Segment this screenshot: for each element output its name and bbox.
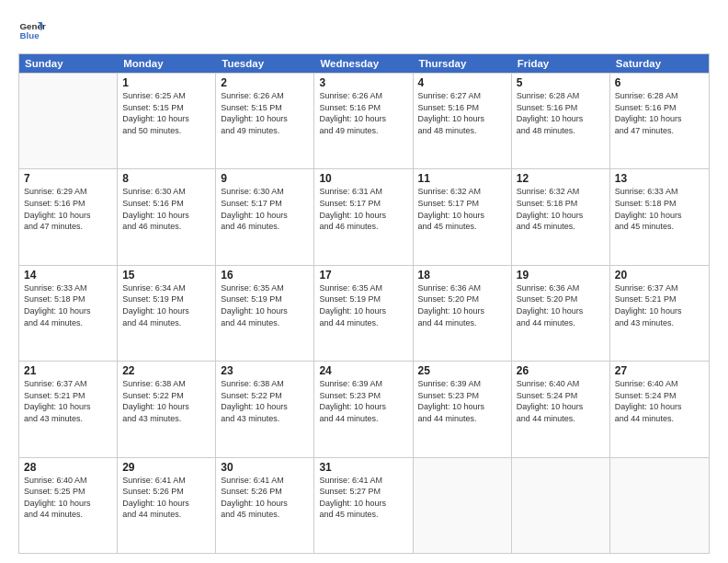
- day-number: 6: [615, 76, 704, 89]
- calendar-cell: 23Sunrise: 6:38 AM Sunset: 5:22 PM Dayli…: [216, 362, 314, 456]
- calendar-cell: 15Sunrise: 6:34 AM Sunset: 5:19 PM Dayli…: [118, 266, 216, 361]
- calendar-page: General Blue SundayMondayTuesdayWednesda…: [0, 0, 728, 563]
- day-number: 25: [418, 364, 506, 377]
- calendar-cell: 22Sunrise: 6:38 AM Sunset: 5:22 PM Dayli…: [118, 362, 216, 456]
- day-number: 31: [319, 461, 407, 474]
- calendar-cell: 8Sunrise: 6:30 AM Sunset: 5:16 PM Daylig…: [118, 169, 216, 264]
- day-info: Sunrise: 6:38 AM Sunset: 5:22 PM Dayligh…: [122, 378, 210, 424]
- day-info: Sunrise: 6:40 AM Sunset: 5:24 PM Dayligh…: [517, 378, 605, 424]
- day-number: 15: [122, 269, 210, 282]
- day-info: Sunrise: 6:27 AM Sunset: 5:16 PM Dayligh…: [418, 90, 506, 136]
- day-info: Sunrise: 6:37 AM Sunset: 5:21 PM Dayligh…: [615, 282, 704, 328]
- calendar-cell: 1Sunrise: 6:25 AM Sunset: 5:15 PM Daylig…: [118, 74, 216, 168]
- calendar-cell: [512, 458, 610, 553]
- calendar-cell: 18Sunrise: 6:36 AM Sunset: 5:20 PM Dayli…: [414, 266, 512, 361]
- calendar-body: 1Sunrise: 6:25 AM Sunset: 5:15 PM Daylig…: [19, 73, 709, 553]
- day-info: Sunrise: 6:28 AM Sunset: 5:16 PM Dayligh…: [517, 90, 605, 136]
- page-header: General Blue: [18, 17, 710, 44]
- week-row-5: 28Sunrise: 6:40 AM Sunset: 5:25 PM Dayli…: [19, 457, 709, 553]
- day-number: 16: [221, 269, 309, 282]
- day-info: Sunrise: 6:26 AM Sunset: 5:15 PM Dayligh…: [221, 90, 309, 136]
- day-number: 3: [319, 76, 407, 89]
- calendar-cell: 14Sunrise: 6:33 AM Sunset: 5:18 PM Dayli…: [19, 266, 118, 361]
- day-number: 18: [418, 269, 506, 282]
- calendar-cell: 4Sunrise: 6:27 AM Sunset: 5:16 PM Daylig…: [414, 74, 512, 168]
- calendar-cell: [414, 458, 512, 553]
- calendar-cell: [610, 458, 709, 553]
- header-day-saturday: Saturday: [610, 54, 709, 73]
- day-number: 1: [122, 76, 210, 89]
- day-info: Sunrise: 6:39 AM Sunset: 5:23 PM Dayligh…: [319, 378, 407, 424]
- calendar-cell: 17Sunrise: 6:35 AM Sunset: 5:19 PM Dayli…: [314, 266, 413, 361]
- day-info: Sunrise: 6:39 AM Sunset: 5:23 PM Dayligh…: [418, 378, 506, 424]
- day-number: 21: [24, 364, 112, 377]
- calendar-cell: [19, 74, 118, 168]
- header-day-sunday: Sunday: [19, 54, 118, 73]
- calendar-cell: 13Sunrise: 6:33 AM Sunset: 5:18 PM Dayli…: [610, 169, 709, 264]
- calendar-cell: 16Sunrise: 6:35 AM Sunset: 5:19 PM Dayli…: [216, 266, 314, 361]
- calendar-cell: 31Sunrise: 6:41 AM Sunset: 5:27 PM Dayli…: [314, 458, 413, 553]
- day-number: 24: [319, 364, 407, 377]
- day-info: Sunrise: 6:31 AM Sunset: 5:17 PM Dayligh…: [319, 186, 407, 232]
- week-row-2: 7Sunrise: 6:29 AM Sunset: 5:16 PM Daylig…: [19, 168, 709, 264]
- day-number: 17: [319, 269, 407, 282]
- day-info: Sunrise: 6:40 AM Sunset: 5:24 PM Dayligh…: [615, 378, 704, 424]
- day-info: Sunrise: 6:38 AM Sunset: 5:22 PM Dayligh…: [221, 378, 309, 424]
- day-info: Sunrise: 6:34 AM Sunset: 5:19 PM Dayligh…: [122, 282, 210, 328]
- svg-text:Blue: Blue: [20, 30, 40, 40]
- header-day-wednesday: Wednesday: [314, 54, 413, 73]
- day-info: Sunrise: 6:30 AM Sunset: 5:16 PM Dayligh…: [122, 186, 210, 232]
- calendar-cell: 24Sunrise: 6:39 AM Sunset: 5:23 PM Dayli…: [314, 362, 413, 456]
- day-number: 27: [615, 364, 704, 377]
- day-number: 26: [517, 364, 605, 377]
- day-info: Sunrise: 6:26 AM Sunset: 5:16 PM Dayligh…: [319, 90, 407, 136]
- week-row-1: 1Sunrise: 6:25 AM Sunset: 5:15 PM Daylig…: [19, 73, 709, 168]
- day-number: 2: [221, 76, 309, 89]
- day-info: Sunrise: 6:41 AM Sunset: 5:26 PM Dayligh…: [221, 475, 309, 521]
- header-day-tuesday: Tuesday: [216, 54, 314, 73]
- day-number: 9: [221, 172, 309, 185]
- day-info: Sunrise: 6:25 AM Sunset: 5:15 PM Dayligh…: [122, 90, 210, 136]
- calendar-cell: 20Sunrise: 6:37 AM Sunset: 5:21 PM Dayli…: [610, 266, 709, 361]
- calendar-cell: 12Sunrise: 6:32 AM Sunset: 5:18 PM Dayli…: [512, 169, 610, 264]
- day-info: Sunrise: 6:40 AM Sunset: 5:25 PM Dayligh…: [24, 475, 112, 521]
- week-row-3: 14Sunrise: 6:33 AM Sunset: 5:18 PM Dayli…: [19, 265, 709, 361]
- calendar-cell: 6Sunrise: 6:28 AM Sunset: 5:16 PM Daylig…: [610, 74, 709, 168]
- calendar-cell: 7Sunrise: 6:29 AM Sunset: 5:16 PM Daylig…: [19, 169, 118, 264]
- day-number: 20: [615, 269, 704, 282]
- calendar-cell: 21Sunrise: 6:37 AM Sunset: 5:21 PM Dayli…: [19, 362, 118, 456]
- day-info: Sunrise: 6:33 AM Sunset: 5:18 PM Dayligh…: [24, 282, 112, 328]
- calendar-cell: 28Sunrise: 6:40 AM Sunset: 5:25 PM Dayli…: [19, 458, 118, 553]
- calendar-header: SundayMondayTuesdayWednesdayThursdayFrid…: [19, 54, 709, 73]
- day-number: 14: [24, 269, 112, 282]
- header-day-friday: Friday: [512, 54, 610, 73]
- calendar-cell: 2Sunrise: 6:26 AM Sunset: 5:15 PM Daylig…: [216, 74, 314, 168]
- day-info: Sunrise: 6:37 AM Sunset: 5:21 PM Dayligh…: [24, 378, 112, 424]
- day-number: 5: [517, 76, 605, 89]
- day-info: Sunrise: 6:41 AM Sunset: 5:27 PM Dayligh…: [319, 475, 407, 521]
- calendar-cell: 5Sunrise: 6:28 AM Sunset: 5:16 PM Daylig…: [512, 74, 610, 168]
- day-number: 30: [221, 461, 309, 474]
- day-number: 11: [418, 172, 506, 185]
- calendar-cell: 11Sunrise: 6:32 AM Sunset: 5:17 PM Dayli…: [414, 169, 512, 264]
- day-number: 28: [24, 461, 112, 474]
- logo-icon: General Blue: [18, 17, 46, 44]
- calendar-cell: 30Sunrise: 6:41 AM Sunset: 5:26 PM Dayli…: [216, 458, 314, 553]
- day-number: 19: [517, 269, 605, 282]
- day-number: 23: [221, 364, 309, 377]
- day-info: Sunrise: 6:35 AM Sunset: 5:19 PM Dayligh…: [221, 282, 309, 328]
- day-number: 29: [122, 461, 210, 474]
- day-number: 13: [615, 172, 704, 185]
- calendar-grid: SundayMondayTuesdayWednesdayThursdayFrid…: [18, 53, 710, 554]
- calendar-cell: 19Sunrise: 6:36 AM Sunset: 5:20 PM Dayli…: [512, 266, 610, 361]
- calendar-cell: 25Sunrise: 6:39 AM Sunset: 5:23 PM Dayli…: [414, 362, 512, 456]
- day-number: 12: [517, 172, 605, 185]
- calendar-cell: 27Sunrise: 6:40 AM Sunset: 5:24 PM Dayli…: [610, 362, 709, 456]
- week-row-4: 21Sunrise: 6:37 AM Sunset: 5:21 PM Dayli…: [19, 361, 709, 456]
- header-day-monday: Monday: [118, 54, 216, 73]
- day-info: Sunrise: 6:29 AM Sunset: 5:16 PM Dayligh…: [24, 186, 112, 232]
- calendar-cell: 26Sunrise: 6:40 AM Sunset: 5:24 PM Dayli…: [512, 362, 610, 456]
- calendar-cell: 9Sunrise: 6:30 AM Sunset: 5:17 PM Daylig…: [216, 169, 314, 264]
- calendar-cell: 29Sunrise: 6:41 AM Sunset: 5:26 PM Dayli…: [118, 458, 216, 553]
- day-number: 8: [122, 172, 210, 185]
